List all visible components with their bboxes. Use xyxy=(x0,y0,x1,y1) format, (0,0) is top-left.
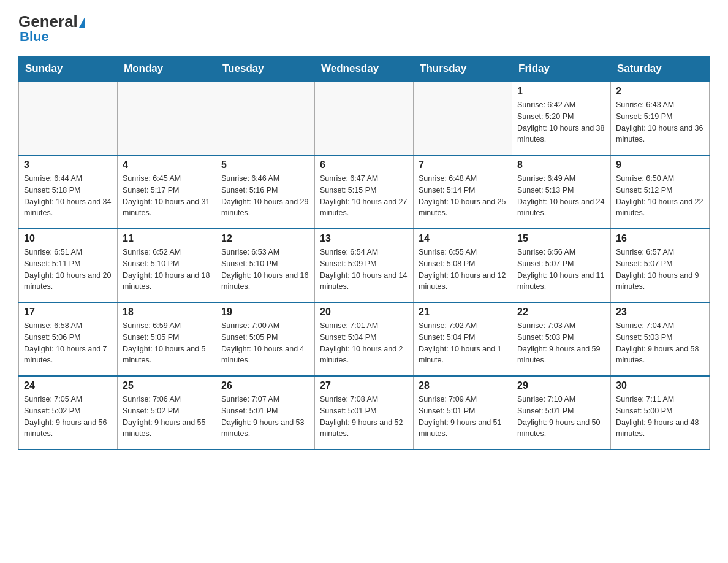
calendar-cell: 20Sunrise: 7:01 AMSunset: 5:04 PMDayligh… xyxy=(315,302,414,376)
weekday-header-monday: Monday xyxy=(118,56,216,82)
calendar-cell: 10Sunrise: 6:51 AMSunset: 5:11 PMDayligh… xyxy=(19,229,118,302)
calendar-cell: 7Sunrise: 6:48 AMSunset: 5:14 PMDaylight… xyxy=(414,155,512,229)
day-info: Sunrise: 6:44 AMSunset: 5:18 PMDaylight:… xyxy=(24,173,112,219)
day-info: Sunrise: 6:52 AMSunset: 5:10 PMDaylight:… xyxy=(123,247,211,293)
day-info: Sunrise: 7:01 AMSunset: 5:04 PMDaylight:… xyxy=(320,320,408,366)
calendar-cell: 24Sunrise: 7:05 AMSunset: 5:02 PMDayligh… xyxy=(19,376,118,450)
calendar-cell: 12Sunrise: 6:53 AMSunset: 5:10 PMDayligh… xyxy=(216,229,315,302)
day-info: Sunrise: 6:55 AMSunset: 5:08 PMDaylight:… xyxy=(419,247,507,293)
day-number: 27 xyxy=(320,380,408,391)
calendar-cell: 21Sunrise: 7:02 AMSunset: 5:04 PMDayligh… xyxy=(414,302,512,376)
weekday-header-saturday: Saturday xyxy=(611,56,710,82)
day-number: 1 xyxy=(517,86,605,97)
calendar-cell xyxy=(118,82,216,155)
calendar-cell: 6Sunrise: 6:47 AMSunset: 5:15 PMDaylight… xyxy=(315,155,414,229)
day-number: 29 xyxy=(517,380,605,391)
logo-blue: Blue xyxy=(20,29,49,45)
day-info: Sunrise: 6:42 AMSunset: 5:20 PMDaylight:… xyxy=(517,99,605,145)
day-number: 12 xyxy=(221,233,309,244)
calendar-week-row: 10Sunrise: 6:51 AMSunset: 5:11 PMDayligh… xyxy=(19,229,710,302)
day-info: Sunrise: 7:06 AMSunset: 5:02 PMDaylight:… xyxy=(123,394,211,440)
day-number: 28 xyxy=(419,380,507,391)
calendar-cell: 14Sunrise: 6:55 AMSunset: 5:08 PMDayligh… xyxy=(414,229,512,302)
day-number: 22 xyxy=(517,307,605,318)
calendar-week-row: 17Sunrise: 6:58 AMSunset: 5:06 PMDayligh… xyxy=(19,302,710,376)
calendar-cell: 29Sunrise: 7:10 AMSunset: 5:01 PMDayligh… xyxy=(512,376,611,450)
weekday-header-row: SundayMondayTuesdayWednesdayThursdayFrid… xyxy=(19,56,710,82)
calendar-cell: 4Sunrise: 6:45 AMSunset: 5:17 PMDaylight… xyxy=(118,155,216,229)
day-number: 8 xyxy=(517,159,605,170)
calendar-cell: 5Sunrise: 6:46 AMSunset: 5:16 PMDaylight… xyxy=(216,155,315,229)
calendar-cell: 8Sunrise: 6:49 AMSunset: 5:13 PMDaylight… xyxy=(512,155,611,229)
day-info: Sunrise: 7:10 AMSunset: 5:01 PMDaylight:… xyxy=(517,394,605,440)
day-number: 26 xyxy=(221,380,309,391)
calendar-week-row: 3Sunrise: 6:44 AMSunset: 5:18 PMDaylight… xyxy=(19,155,710,229)
day-info: Sunrise: 7:05 AMSunset: 5:02 PMDaylight:… xyxy=(24,394,112,440)
weekday-header-wednesday: Wednesday xyxy=(315,56,414,82)
calendar-cell: 23Sunrise: 7:04 AMSunset: 5:03 PMDayligh… xyxy=(611,302,710,376)
weekday-header-tuesday: Tuesday xyxy=(216,56,315,82)
calendar-cell xyxy=(216,82,315,155)
calendar-table: SundayMondayTuesdayWednesdayThursdayFrid… xyxy=(18,56,710,450)
day-info: Sunrise: 6:56 AMSunset: 5:07 PMDaylight:… xyxy=(517,247,605,293)
weekday-header-sunday: Sunday xyxy=(19,56,118,82)
day-number: 14 xyxy=(419,233,507,244)
day-info: Sunrise: 7:04 AMSunset: 5:03 PMDaylight:… xyxy=(616,320,704,366)
calendar-cell: 28Sunrise: 7:09 AMSunset: 5:01 PMDayligh… xyxy=(414,376,512,450)
calendar-cell: 30Sunrise: 7:11 AMSunset: 5:00 PMDayligh… xyxy=(611,376,710,450)
day-info: Sunrise: 6:45 AMSunset: 5:17 PMDaylight:… xyxy=(123,173,211,219)
day-number: 16 xyxy=(616,233,704,244)
day-info: Sunrise: 6:53 AMSunset: 5:10 PMDaylight:… xyxy=(221,247,309,293)
day-info: Sunrise: 6:43 AMSunset: 5:19 PMDaylight:… xyxy=(616,99,704,145)
day-info: Sunrise: 6:50 AMSunset: 5:12 PMDaylight:… xyxy=(616,173,704,219)
day-number: 2 xyxy=(616,86,704,97)
day-number: 18 xyxy=(123,307,211,318)
calendar-cell: 13Sunrise: 6:54 AMSunset: 5:09 PMDayligh… xyxy=(315,229,414,302)
calendar-cell: 17Sunrise: 6:58 AMSunset: 5:06 PMDayligh… xyxy=(19,302,118,376)
day-info: Sunrise: 7:11 AMSunset: 5:00 PMDaylight:… xyxy=(616,394,704,440)
day-info: Sunrise: 7:07 AMSunset: 5:01 PMDaylight:… xyxy=(221,394,309,440)
day-number: 19 xyxy=(221,307,309,318)
day-info: Sunrise: 7:08 AMSunset: 5:01 PMDaylight:… xyxy=(320,394,408,440)
calendar-cell: 9Sunrise: 6:50 AMSunset: 5:12 PMDaylight… xyxy=(611,155,710,229)
day-number: 9 xyxy=(616,159,704,170)
calendar-cell: 3Sunrise: 6:44 AMSunset: 5:18 PMDaylight… xyxy=(19,155,118,229)
calendar-cell: 16Sunrise: 6:57 AMSunset: 5:07 PMDayligh… xyxy=(611,229,710,302)
day-number: 7 xyxy=(419,159,507,170)
calendar-cell xyxy=(315,82,414,155)
day-info: Sunrise: 6:47 AMSunset: 5:15 PMDaylight:… xyxy=(320,173,408,219)
calendar-cell: 26Sunrise: 7:07 AMSunset: 5:01 PMDayligh… xyxy=(216,376,315,450)
day-info: Sunrise: 7:02 AMSunset: 5:04 PMDaylight:… xyxy=(419,320,507,366)
calendar-cell: 11Sunrise: 6:52 AMSunset: 5:10 PMDayligh… xyxy=(118,229,216,302)
day-number: 6 xyxy=(320,159,408,170)
day-number: 3 xyxy=(24,159,112,170)
calendar-cell xyxy=(414,82,512,155)
calendar-cell: 15Sunrise: 6:56 AMSunset: 5:07 PMDayligh… xyxy=(512,229,611,302)
calendar-cell: 25Sunrise: 7:06 AMSunset: 5:02 PMDayligh… xyxy=(118,376,216,450)
day-number: 11 xyxy=(123,233,211,244)
day-info: Sunrise: 6:51 AMSunset: 5:11 PMDaylight:… xyxy=(24,247,112,293)
calendar-cell: 22Sunrise: 7:03 AMSunset: 5:03 PMDayligh… xyxy=(512,302,611,376)
calendar-cell: 18Sunrise: 6:59 AMSunset: 5:05 PMDayligh… xyxy=(118,302,216,376)
logo-triangle-icon xyxy=(79,17,85,28)
day-number: 5 xyxy=(221,159,309,170)
calendar-week-row: 24Sunrise: 7:05 AMSunset: 5:02 PMDayligh… xyxy=(19,376,710,450)
day-number: 23 xyxy=(616,307,704,318)
day-info: Sunrise: 6:49 AMSunset: 5:13 PMDaylight:… xyxy=(517,173,605,219)
day-number: 25 xyxy=(123,380,211,391)
day-info: Sunrise: 6:57 AMSunset: 5:07 PMDaylight:… xyxy=(616,247,704,293)
day-number: 15 xyxy=(517,233,605,244)
day-number: 10 xyxy=(24,233,112,244)
weekday-header-friday: Friday xyxy=(512,56,611,82)
day-info: Sunrise: 7:03 AMSunset: 5:03 PMDaylight:… xyxy=(517,320,605,366)
day-number: 24 xyxy=(24,380,112,391)
day-number: 30 xyxy=(616,380,704,391)
calendar-cell xyxy=(19,82,118,155)
calendar-cell: 27Sunrise: 7:08 AMSunset: 5:01 PMDayligh… xyxy=(315,376,414,450)
calendar-cell: 19Sunrise: 7:00 AMSunset: 5:05 PMDayligh… xyxy=(216,302,315,376)
day-info: Sunrise: 6:46 AMSunset: 5:16 PMDaylight:… xyxy=(221,173,309,219)
calendar-cell: 2Sunrise: 6:43 AMSunset: 5:19 PMDaylight… xyxy=(611,82,710,155)
day-number: 21 xyxy=(419,307,507,318)
day-number: 20 xyxy=(320,307,408,318)
day-number: 13 xyxy=(320,233,408,244)
